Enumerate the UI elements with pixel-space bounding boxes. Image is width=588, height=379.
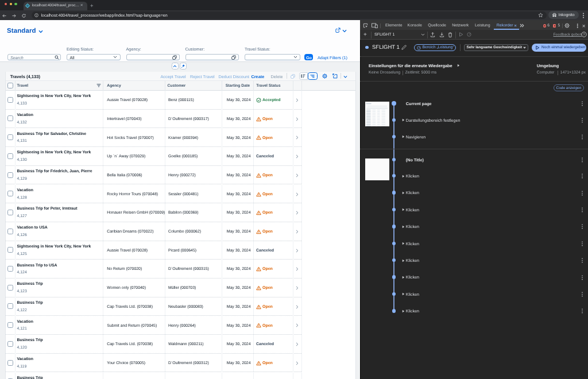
- svg-text:?: ?: [583, 33, 585, 37]
